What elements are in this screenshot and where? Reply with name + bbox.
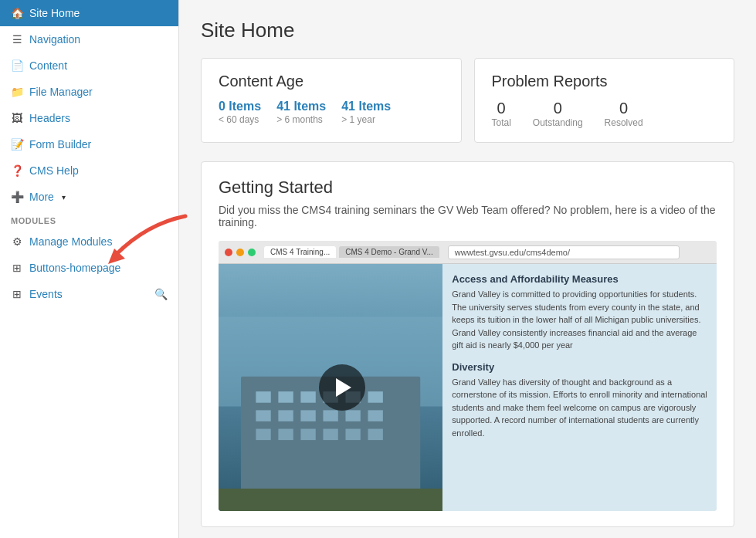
stat-total-value: 0 bbox=[497, 100, 506, 117]
browser-dot-yellow bbox=[236, 249, 244, 256]
navigation-icon: ☰ bbox=[11, 33, 23, 46]
stat-outstanding-label: Outstanding bbox=[533, 117, 583, 128]
sidebar-label: CMS Help bbox=[29, 164, 79, 177]
getting-started-card: Getting Started Did you miss the CMS4 tr… bbox=[201, 161, 734, 527]
browser-tab-cms4[interactable]: CMS 4 Training... bbox=[264, 246, 336, 258]
stat-60days: 0 Items < 60 days bbox=[219, 100, 261, 125]
content-age-title: Content Age bbox=[219, 73, 444, 90]
sidebar-label: Navigation bbox=[29, 33, 80, 46]
stat-label-6months: > 6 months bbox=[276, 114, 326, 125]
stat-1year: 41 Items > 1 year bbox=[341, 100, 391, 125]
svg-rect-13 bbox=[368, 410, 383, 421]
browser-tabs: CMS 4 Training... CMS 4 Demo - Grand V..… bbox=[264, 246, 439, 258]
svg-rect-12 bbox=[345, 410, 360, 421]
svg-rect-10 bbox=[300, 410, 315, 421]
folder-icon: 📁 bbox=[11, 86, 23, 98]
article-diversity-title: Diversity bbox=[452, 361, 707, 373]
article-diversity: Diversity Grand Valley has diversity of … bbox=[452, 361, 707, 440]
chevron-down-icon: ▾ bbox=[62, 193, 66, 201]
stat-value-60days: 0 Items bbox=[219, 100, 261, 113]
sidebar-item-buttons-homepage[interactable]: ⊞ Buttons-homepage bbox=[0, 255, 178, 281]
svg-rect-9 bbox=[278, 410, 293, 421]
help-icon: ❓ bbox=[11, 164, 23, 177]
building-image bbox=[219, 264, 442, 511]
sidebar-label: Content bbox=[29, 59, 67, 72]
sidebar-item-site-home[interactable]: 🏠 Site Home bbox=[0, 0, 178, 26]
stat-resolved-value: 0 bbox=[619, 100, 628, 117]
article-access-title: Access and Affordability Measures bbox=[452, 273, 707, 285]
page-title: Site Home bbox=[201, 19, 734, 42]
problem-reports-title: Problem Reports bbox=[492, 73, 717, 90]
stat-label-60days: < 60 days bbox=[219, 114, 261, 125]
search-icon[interactable]: 🔍 bbox=[154, 288, 168, 300]
stat-total: 0 Total bbox=[492, 100, 511, 128]
sidebar-label: More bbox=[29, 191, 54, 203]
stat-label-1year: > 1 year bbox=[341, 114, 391, 125]
sidebar-label: Buttons-homepage bbox=[29, 262, 120, 274]
stat-resolved: 0 Resolved bbox=[605, 100, 643, 128]
article-access: Access and Affordability Measures Grand … bbox=[452, 273, 707, 352]
article-access-text: Grand Valley is committed to providing o… bbox=[452, 288, 707, 352]
sidebar-item-more[interactable]: ➕ More ▾ bbox=[0, 184, 178, 210]
svg-rect-14 bbox=[256, 429, 270, 441]
content-age-stats: 0 Items < 60 days 41 Items > 6 months 41… bbox=[219, 100, 444, 125]
video-content: Access and Affordability Measures Grand … bbox=[219, 264, 717, 511]
browser-bar: CMS 4 Training... CMS 4 Demo - Grand V..… bbox=[219, 241, 717, 264]
problem-stats: 0 Total 0 Outstanding 0 Resolved bbox=[492, 100, 717, 128]
home-icon: 🏠 bbox=[11, 7, 23, 19]
sidebar-label: File Manager bbox=[29, 86, 93, 98]
sidebar-item-form-builder[interactable]: 📝 Form Builder bbox=[0, 131, 178, 157]
sidebar-item-navigation[interactable]: ☰ Navigation bbox=[0, 26, 178, 52]
svg-rect-8 bbox=[256, 410, 270, 421]
svg-rect-16 bbox=[300, 429, 315, 441]
headers-icon: 🖼 bbox=[11, 112, 23, 124]
play-triangle-icon bbox=[336, 378, 351, 397]
sidebar-item-cms-help[interactable]: ❓ CMS Help bbox=[0, 157, 178, 184]
stat-outstanding-value: 0 bbox=[554, 100, 562, 117]
stat-total-label: Total bbox=[492, 117, 511, 128]
svg-rect-3 bbox=[278, 391, 293, 403]
browser-dot-green bbox=[248, 249, 256, 256]
problem-reports-card: Problem Reports 0 Total 0 Outstanding 0 … bbox=[474, 58, 735, 143]
main-content: Site Home Content Age 0 Items < 60 days … bbox=[179, 0, 756, 538]
video-right-panel: Access and Affordability Measures Grand … bbox=[442, 264, 717, 511]
svg-rect-17 bbox=[323, 429, 337, 441]
svg-rect-4 bbox=[300, 391, 315, 403]
browser-tab-demo[interactable]: CMS 4 Demo - Grand V... bbox=[339, 246, 439, 258]
sidebar-item-content[interactable]: 📄 Content bbox=[0, 52, 178, 79]
svg-rect-15 bbox=[278, 429, 293, 441]
stat-6months: 41 Items > 6 months bbox=[276, 100, 326, 125]
sidebar-item-file-manager[interactable]: 📁 File Manager bbox=[0, 79, 178, 105]
svg-rect-19 bbox=[368, 429, 383, 441]
sidebar-label: Form Builder bbox=[29, 138, 91, 151]
svg-rect-2 bbox=[256, 391, 270, 403]
stat-value-6months: 41 Items bbox=[276, 100, 326, 113]
gear-icon: ⚙ bbox=[11, 235, 23, 248]
article-diversity-text: Grand Valley has diversity of thought an… bbox=[452, 376, 707, 440]
video-container: CMS 4 Training... CMS 4 Demo - Grand V..… bbox=[219, 241, 717, 511]
getting-started-desc: Did you miss the CMS4 training seminars … bbox=[219, 204, 717, 228]
modules-section-header: MODULES bbox=[0, 210, 178, 228]
getting-started-title: Getting Started bbox=[219, 178, 717, 198]
stat-outstanding: 0 Outstanding bbox=[533, 100, 583, 128]
stat-resolved-label: Resolved bbox=[605, 117, 643, 128]
stat-value-1year: 41 Items bbox=[341, 100, 391, 113]
browser-url[interactable]: wwwtest.gvsu.edu/cms4demo/ bbox=[448, 245, 680, 259]
form-icon: 📝 bbox=[11, 138, 23, 151]
sidebar-label: Manage Modules bbox=[29, 235, 112, 248]
sidebar-label: Headers bbox=[29, 112, 70, 124]
sidebar-label: Site Home bbox=[29, 7, 80, 19]
grid2-icon: ⊞ bbox=[11, 288, 23, 300]
grid-icon: ⊞ bbox=[11, 262, 23, 274]
play-button[interactable] bbox=[319, 364, 365, 411]
svg-rect-11 bbox=[323, 410, 337, 421]
sidebar-item-events[interactable]: ⊞ Events 🔍 bbox=[0, 281, 178, 307]
browser-dot-red bbox=[225, 249, 232, 256]
svg-rect-18 bbox=[345, 429, 360, 441]
video-left-panel bbox=[219, 264, 442, 511]
sidebar-item-headers[interactable]: 🖼 Headers bbox=[0, 105, 178, 131]
sidebar: 🏠 Site Home ☰ Navigation 📄 Content 📁 Fil… bbox=[0, 0, 179, 538]
svg-rect-7 bbox=[368, 391, 383, 403]
sidebar-item-manage-modules[interactable]: ⚙ Manage Modules bbox=[0, 228, 178, 255]
cards-row: Content Age 0 Items < 60 days 41 Items >… bbox=[201, 58, 734, 143]
